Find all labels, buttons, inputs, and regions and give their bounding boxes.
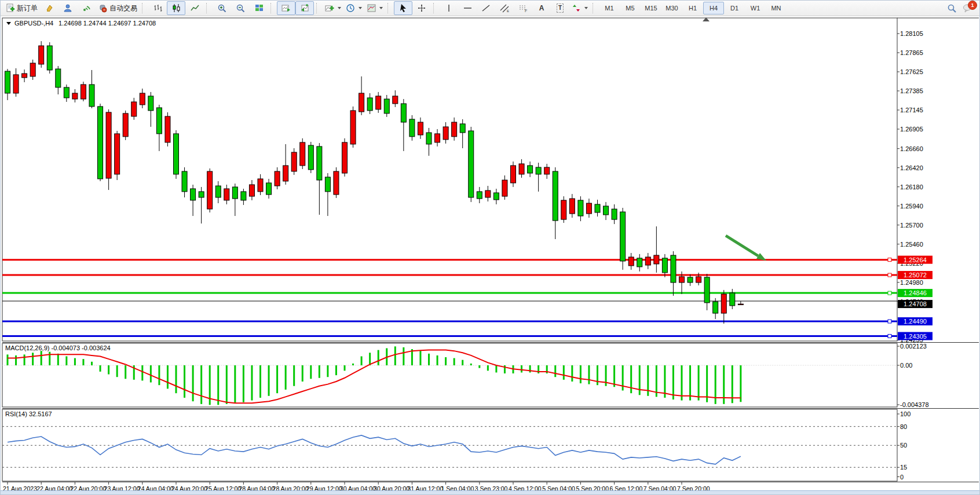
candlestick [544,167,550,174]
macd-histogram-bar [184,365,185,398]
macd-histogram-bar [454,358,455,365]
chart-shift-button[interactable] [295,1,314,15]
macd-histogram-bar [462,360,463,365]
equidistant-channel-icon: E [500,3,510,13]
macd-histogram-bar [698,365,700,401]
rsi-axis-label: 100 [900,410,910,417]
macd-histogram-bar [478,365,480,368]
periods-button[interactable] [343,1,364,15]
line-handle[interactable] [888,291,891,295]
timeframe-m15-button[interactable]: M15 [641,2,661,14]
text-tool-button[interactable]: A [532,1,551,15]
channel-tool-button[interactable]: E [495,1,514,15]
line-handle[interactable] [888,258,891,262]
metaeditor-icon [45,3,54,13]
macd-histogram-bar [49,352,50,365]
chart-canvas[interactable]: 1.281051.278651.276251.273851.271451.269… [1,16,980,495]
timeframe-m1-button[interactable]: M1 [599,2,620,14]
candlestick [325,177,330,192]
zoom-out-icon [236,3,246,13]
notifications-button[interactable]: 1 [963,3,972,13]
templates-button[interactable] [364,1,385,15]
candlestick [586,203,591,214]
candlestick [165,116,170,142]
timeframe-m5-button[interactable]: M5 [620,2,641,14]
line-handle[interactable] [888,335,891,338]
price-line-badge-label: 1.24490 [904,318,927,325]
arrows-tool-button[interactable] [569,1,590,15]
candlestick [721,294,726,313]
cursor-icon [398,3,408,13]
macd-histogram-bar [344,365,346,371]
candlestick [148,96,153,111]
zoom-out-button[interactable] [231,1,250,15]
auto-scroll-button[interactable] [277,1,295,15]
macd-histogram-bar [740,365,741,402]
line-chart-button[interactable] [185,1,204,15]
price-axis-label: 1.25940 [900,203,923,210]
mt4-window: 新订单 自动交易 [0,0,980,495]
dropdown-caret [338,7,341,9]
candlestick [696,277,701,283]
macd-histogram-bar [167,365,169,388]
price-axis-label: 1.25700 [900,222,923,229]
macd-histogram-bar [361,356,363,365]
candlestick-chart-button[interactable] [167,1,185,15]
macd-histogram-bar [437,355,438,365]
chart-shift-icon [300,3,310,13]
vertical-line-tool-button[interactable] [440,1,458,15]
macd-axis-label: -0.004378 [900,401,929,408]
price-axis-label: 1.26420 [900,164,923,171]
price-line-badge-label: 1.24305 [904,333,927,340]
timeframe-h4-button[interactable]: H4 [703,2,724,14]
timeframe-w1-button[interactable]: W1 [745,2,766,14]
candlestick-chart-icon [171,3,181,13]
macd-histogram-bar [141,365,143,380]
timeframe-mn-button[interactable]: MN [766,2,787,14]
candlestick [258,179,263,192]
fibonacci-tool-button[interactable]: F [514,1,532,15]
price-line-badge-label: 1.25264 [904,256,927,263]
macd-histogram-bar [428,354,430,365]
signals-button[interactable] [77,1,96,15]
horizontal-line-tool-button[interactable] [458,1,477,15]
indicators-button[interactable] [323,1,343,15]
community-button[interactable] [58,1,77,15]
tile-windows-button[interactable] [250,1,268,15]
rsi-axis-label: 50 [900,442,907,449]
timeframe-h1-button[interactable]: H1 [682,2,703,14]
search-icon[interactable] [947,3,957,13]
macd-histogram-bar [630,365,632,393]
macd-histogram-bar [192,365,194,401]
metaeditor-button[interactable] [40,1,58,15]
zoom-in-button[interactable] [213,1,231,15]
macd-panel[interactable] [2,343,897,407]
bar-chart-button[interactable] [148,1,167,15]
cursor-button[interactable] [394,1,412,15]
line-handle[interactable] [888,320,891,323]
candlestick [308,145,313,170]
macd-histogram-bar [108,365,109,375]
autotrading-label: 自动交易 [109,3,137,13]
macd-histogram-bar [200,365,202,404]
signals-icon [82,3,92,13]
new-order-icon [5,3,15,13]
trendline-tool-button[interactable] [477,1,495,15]
fibonacci-icon: F [518,3,528,13]
label-tool-button[interactable]: T [551,1,569,15]
line-handle[interactable] [888,273,891,277]
candlestick [215,186,221,197]
candlestick [241,192,246,200]
candlestick [604,206,609,215]
vertical-line-icon [444,3,454,13]
macd-histogram-bar [259,365,261,398]
timeframe-d1-button[interactable]: D1 [724,2,745,14]
macd-histogram-bar [150,365,152,383]
macd-histogram-bar [403,347,404,365]
candlestick [477,192,482,199]
new-order-button[interactable]: 新订单 [3,1,40,15]
candlestick [393,96,398,104]
crosshair-button[interactable] [412,1,431,15]
autotrading-button[interactable]: 自动交易 [96,1,140,15]
timeframe-m30-button[interactable]: M30 [661,2,682,14]
